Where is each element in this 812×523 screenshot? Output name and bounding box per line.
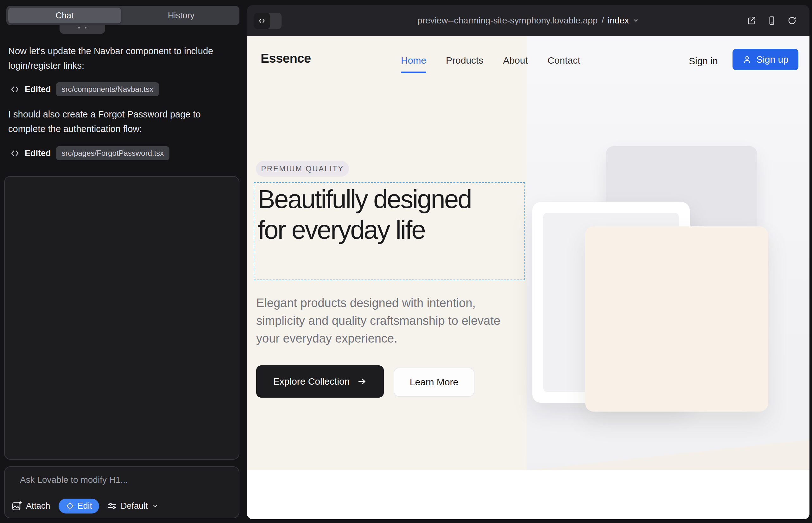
target-icon bbox=[66, 502, 74, 510]
edited-label: Edited bbox=[25, 85, 51, 94]
hero-description: Elegant products designed with intention… bbox=[256, 294, 513, 347]
attach-label: Attach bbox=[26, 501, 50, 511]
url-page: index bbox=[608, 16, 629, 26]
site-logo[interactable]: Essence bbox=[261, 51, 311, 66]
preview-window: preview--charming-site-symphony.lovable.… bbox=[247, 5, 810, 519]
site-viewport: Essence Home Products About Contact Sign… bbox=[247, 36, 810, 519]
decor-card-peach bbox=[585, 227, 768, 412]
sliders-icon bbox=[107, 501, 117, 511]
hero-badge: PREMIUM QUALITY bbox=[256, 161, 349, 177]
selected-h1-outline[interactable]: Beautifully designed for everyday life bbox=[254, 182, 525, 280]
url-separator: / bbox=[601, 16, 604, 26]
mobile-view-button[interactable] bbox=[766, 15, 778, 26]
refresh-icon bbox=[787, 16, 797, 25]
nav-link-about[interactable]: About bbox=[503, 55, 528, 66]
hero-heading[interactable]: Beautifully designed for everyday life bbox=[258, 184, 473, 245]
collapsed-scroll-pill[interactable] bbox=[59, 25, 105, 34]
explore-collection-button[interactable]: Explore Collection bbox=[256, 365, 384, 398]
browser-chrome: preview--charming-site-symphony.lovable.… bbox=[247, 5, 810, 36]
mobile-icon bbox=[767, 16, 777, 25]
next-section-background bbox=[247, 470, 810, 519]
chevron-down-icon bbox=[152, 502, 159, 509]
file-badge[interactable]: src/pages/ForgotPassword.tsx bbox=[56, 146, 170, 160]
code-icon bbox=[10, 148, 20, 158]
nav-link-home[interactable]: Home bbox=[401, 55, 426, 66]
url-bar[interactable]: preview--charming-site-symphony.lovable.… bbox=[247, 5, 810, 36]
cta-primary-label: Explore Collection bbox=[273, 376, 350, 387]
nav-link-label: Home bbox=[401, 55, 426, 66]
sign-up-label: Sign up bbox=[756, 54, 789, 65]
attach-image-icon bbox=[12, 501, 22, 511]
external-link-icon bbox=[747, 16, 756, 25]
chevron-down-icon bbox=[633, 17, 639, 24]
code-icon bbox=[10, 85, 20, 94]
nav-link-contact[interactable]: Contact bbox=[548, 55, 580, 66]
person-icon bbox=[742, 55, 752, 64]
active-underline bbox=[401, 72, 426, 73]
chat-message: Now let's update the Navbar component to… bbox=[8, 44, 227, 73]
open-external-button[interactable] bbox=[745, 15, 758, 26]
sign-in-link[interactable]: Sign in bbox=[689, 56, 718, 67]
edit-label: Edit bbox=[77, 501, 92, 511]
attach-button[interactable]: Attach bbox=[12, 501, 50, 511]
composer-toolbar: Attach Edit Default bbox=[12, 497, 159, 515]
chat-history-tabbar: Chat History bbox=[6, 6, 240, 25]
edited-file-row: Edited src/components/Navbar.tsx bbox=[10, 82, 159, 97]
edit-mode-button[interactable]: Edit bbox=[58, 499, 100, 513]
edited-label: Edited bbox=[25, 148, 51, 158]
element-editor-panel bbox=[4, 176, 240, 460]
tab-history[interactable]: History bbox=[125, 7, 237, 23]
arrow-right-icon bbox=[357, 377, 367, 386]
model-default-button[interactable]: Default bbox=[107, 501, 159, 511]
nav-link-products[interactable]: Products bbox=[446, 55, 483, 66]
tab-chat[interactable]: Chat bbox=[8, 7, 121, 23]
default-label: Default bbox=[121, 501, 148, 511]
sign-up-button[interactable]: Sign up bbox=[732, 49, 798, 70]
site-nav: Home Products About Contact bbox=[401, 55, 580, 66]
refresh-button[interactable] bbox=[786, 15, 798, 26]
learn-more-button[interactable]: Learn More bbox=[394, 367, 474, 397]
edited-file-row: Edited src/pages/ForgotPassword.tsx bbox=[10, 146, 170, 161]
url-domain: preview--charming-site-symphony.lovable.… bbox=[418, 16, 598, 26]
chat-message: I should also create a Forgot Password p… bbox=[8, 107, 227, 136]
chat-input[interactable] bbox=[19, 474, 223, 485]
file-badge[interactable]: src/components/Navbar.tsx bbox=[56, 82, 159, 96]
